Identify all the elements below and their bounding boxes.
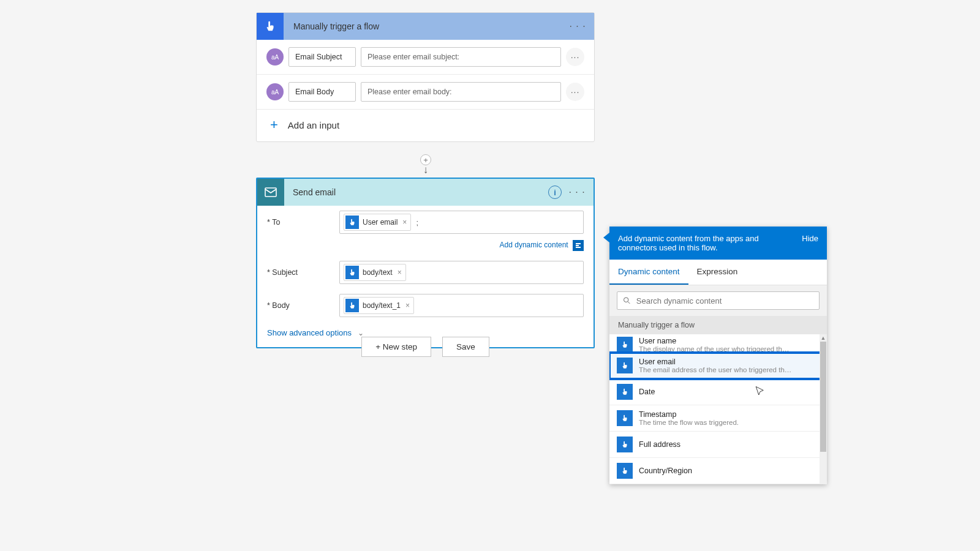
item-desc: The time the flow was triggered. [639,419,739,426]
item-desc: The email address of the user who trigge… [639,366,792,373]
trigger-token-icon [617,437,633,452]
trigger-token-icon [345,266,359,279]
items-list: User name The display name of the user w… [609,334,827,484]
tab-dynamic-content[interactable]: Dynamic content [609,260,688,285]
connector-arrow[interactable]: + ↓ [423,154,429,178]
token-text: body/text [361,268,394,277]
list-item[interactable]: User name The display name of the user w… [609,334,827,353]
trigger-token-icon [617,410,633,426]
subject-input[interactable]: body/text × [339,261,584,284]
panel-section-title: Manually trigger a flow [609,316,827,334]
scrollbar[interactable]: ▲ [820,334,827,484]
dynamic-token[interactable]: body/text_1 × [344,297,414,314]
trigger-input-row: aA ··· [257,75,594,110]
mail-icon [257,179,284,206]
chevron-down-icon: ⌄ [358,329,364,337]
add-input-button[interactable]: + Add an input [257,110,594,141]
trigger-token-icon [617,337,633,353]
item-title: Date [639,388,655,396]
action-title: Send email [284,187,336,197]
hide-panel-button[interactable]: Hide [802,234,818,243]
action-header[interactable]: Send email i · · · [257,179,594,206]
panel-tabs: Dynamic content Expression [609,260,827,285]
input-options-button[interactable]: ··· [566,83,584,101]
body-field-row: * Body body/text_1 × [257,289,594,322]
panel-header-text: Add dynamic content from the apps and co… [618,234,796,252]
add-dynamic-content-link[interactable]: Add dynamic content [500,241,568,249]
dynamic-content-panel: Add dynamic content from the apps and co… [609,227,827,484]
trigger-token-icon [617,463,633,479]
action-menu-button[interactable]: · · · [568,179,586,206]
input-name-field[interactable] [288,47,356,67]
list-item[interactable]: Timestamp The time the flow was triggere… [609,405,827,432]
trigger-header[interactable]: Manually trigger a flow · · · [257,13,594,40]
input-prompt-field[interactable] [361,82,561,102]
input-prompt-field[interactable] [361,47,561,67]
add-dynamic-content-row: Add dynamic content [257,239,594,256]
trigger-card: Manually trigger a flow · · · aA ··· aA … [256,12,595,142]
body-label: * Body [267,301,339,310]
token-remove-button[interactable]: × [404,301,411,310]
action-buttons: + New step Save [256,337,595,357]
trigger-menu-button[interactable]: · · · [568,13,587,40]
new-step-button[interactable]: + New step [361,337,431,357]
token-separator: ; [413,218,418,227]
add-input-label: Add an input [288,120,339,130]
search-wrapper [609,285,827,316]
subject-field-row: * Subject body/text × [257,256,594,289]
info-icon[interactable]: i [548,186,562,199]
trigger-token-icon [345,216,359,229]
tab-expression[interactable]: Expression [688,260,747,285]
item-title: Country/Region [639,467,692,475]
dynamic-token[interactable]: body/text × [344,264,406,281]
trigger-token-icon [617,384,633,400]
trigger-token-icon [345,299,359,312]
subject-label: * Subject [267,268,339,277]
text-type-icon: aA [266,83,284,100]
arrow-down-icon: ↓ [423,164,429,176]
list-item[interactable]: Full address [609,432,827,458]
input-name-field[interactable] [288,82,356,102]
panel-callout-arrow [603,233,609,242]
trigger-input-row: aA ··· [257,40,594,75]
text-type-icon: aA [266,48,284,66]
action-card: Send email i · · · * To User email × ; A… [256,178,595,348]
plus-icon: + [270,117,278,133]
body-input[interactable]: body/text_1 × [339,294,584,317]
trigger-title: Manually trigger a flow [284,21,379,31]
list-item[interactable]: Country/Region [609,458,827,484]
panel-header: Add dynamic content from the apps and co… [609,227,827,260]
token-text: User email [361,218,399,227]
search-box[interactable] [617,291,820,310]
token-remove-button[interactable]: × [401,218,408,227]
list-item-highlighted[interactable]: User email The email address of the user… [609,353,827,379]
item-desc: The display name of the user who trigger… [639,345,792,353]
dynamic-content-icon[interactable] [573,240,584,251]
to-input[interactable]: User email × ; [339,211,584,234]
dynamic-token[interactable]: User email × [344,214,411,231]
save-button[interactable]: Save [442,337,489,357]
search-icon [622,296,631,305]
to-field-row: * To User email × ; [257,206,594,239]
item-title: Timestamp [639,410,739,419]
input-options-button[interactable]: ··· [566,48,584,66]
svg-point-1 [624,298,628,302]
search-input[interactable] [636,296,814,305]
trigger-token-icon [617,358,633,373]
item-title: Full address [639,440,680,449]
token-text: body/text_1 [361,301,402,310]
token-remove-button[interactable]: × [396,268,403,277]
to-label: * To [267,218,339,227]
svg-rect-0 [265,188,276,197]
scroll-thumb[interactable] [820,342,826,452]
item-title: User email [639,358,792,366]
scroll-up-icon[interactable]: ▲ [820,334,827,342]
item-title: User name [639,337,792,345]
hand-tap-icon [257,13,284,40]
list-item[interactable]: Date [609,379,827,405]
